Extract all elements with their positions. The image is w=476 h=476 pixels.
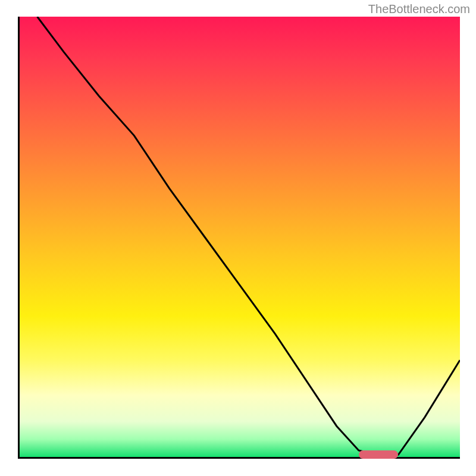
optimal-marker: [359, 450, 399, 459]
curve-svg: [20, 17, 460, 457]
curve-path: [37, 17, 460, 455]
plot-area: [18, 17, 460, 459]
watermark-text: TheBottleneck.com: [368, 2, 470, 16]
